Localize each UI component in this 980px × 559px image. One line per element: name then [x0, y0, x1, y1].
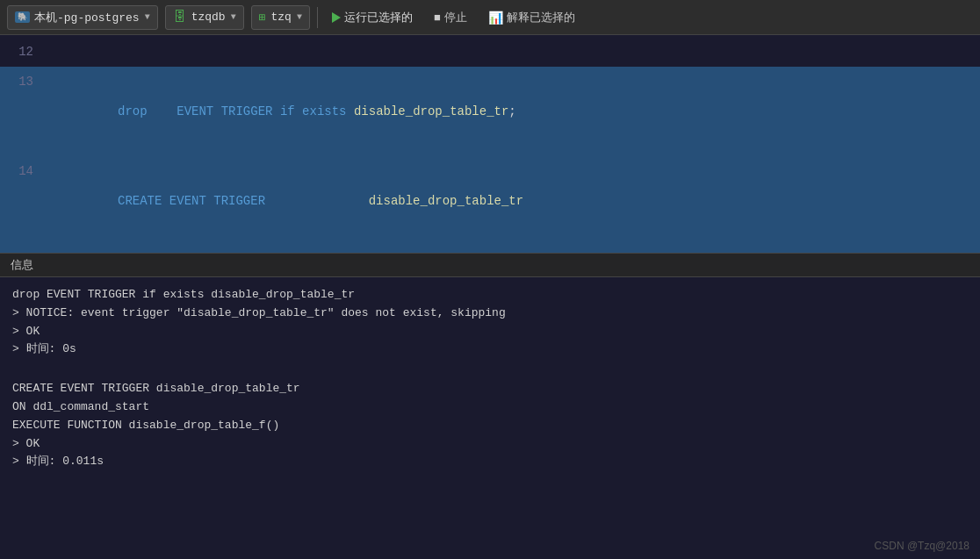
line-content-13: drop EVENT TRIGGER if exists disable_dro…	[44, 67, 980, 156]
pg-logo: 🐘	[15, 11, 30, 23]
db-icon: 🗄	[173, 10, 186, 25]
output-line-1-3: > OK	[12, 323, 968, 341]
schema-dropdown[interactable]: ⊞ tzq ▼	[251, 5, 310, 30]
output-block-1: drop EVENT TRIGGER if exists disable_dro…	[12, 286, 968, 359]
database-label: tzqdb	[191, 11, 226, 24]
kw-drop: drop	[118, 104, 148, 118]
editor-area[interactable]: 12 13 drop EVENT TRIGGER if exists disab…	[0, 35, 980, 253]
code-line-14: 14 CREATE EVENT TRIGGER disable_drop_tab…	[0, 156, 980, 246]
connection-arrow-icon: ▼	[145, 12, 150, 22]
kw-name2: disable_drop_table_tr	[369, 194, 523, 208]
line-number-15: 15	[0, 246, 44, 253]
connection-label: 本机-pg-postgres	[34, 10, 140, 25]
output-line-2-2: ON ddl_command_start	[12, 398, 968, 417]
output-line-1-4: > 时间: 0s	[12, 340, 968, 359]
output-line-2-4: > OK	[12, 435, 968, 454]
line-content-14: CREATE EVENT TRIGGER disable_drop_table_…	[44, 156, 980, 246]
output-area[interactable]: drop EVENT TRIGGER if exists disable_dro…	[0, 277, 980, 559]
schema-icon: ⊞	[259, 11, 266, 25]
explain-icon: 📊	[488, 11, 503, 25]
line-number-14: 14	[0, 156, 44, 186]
info-label: 信息	[11, 258, 33, 271]
kw-create: CREATE	[118, 194, 162, 208]
output-line-1-2: > NOTICE: event trigger "disable_drop_ta…	[12, 305, 968, 323]
connection-dropdown[interactable]: 🐘 本机-pg-postgres ▼	[7, 5, 158, 30]
output-line-2-5: > 时间: 0.011s	[12, 453, 968, 471]
line-number-12: 12	[0, 37, 44, 67]
run-button[interactable]: 运行已选择的	[325, 7, 420, 28]
stop-label: 停止	[444, 10, 467, 25]
code-line-12: 12	[0, 37, 980, 67]
watermark: CSDN @Tzq@2018	[875, 540, 969, 552]
output-line-1-1: drop EVENT TRIGGER if exists disable_dro…	[12, 286, 968, 305]
output-block-2: CREATE EVENT TRIGGER disable_drop_table_…	[12, 380, 968, 471]
toolbar-separator-1	[317, 7, 318, 28]
output-spacer	[12, 366, 968, 380]
info-header: 信息	[0, 253, 980, 277]
kw-trigger: TRIGGER	[221, 104, 273, 118]
explain-label: 解释已选择的	[507, 10, 575, 25]
code-lines: 12 13 drop EVENT TRIGGER if exists disab…	[0, 35, 980, 253]
stop-button[interactable]: ■ 停止	[427, 7, 474, 28]
output-line-2-1: CREATE EVENT TRIGGER disable_drop_table_…	[12, 380, 968, 398]
run-label: 运行已选择的	[344, 10, 413, 25]
database-arrow-icon: ▼	[231, 12, 236, 22]
code-line-13: 13 drop EVENT TRIGGER if exists disable_…	[0, 67, 980, 156]
kw-exists: exists	[302, 104, 346, 118]
kw-trigger2: TRIGGER	[213, 194, 265, 208]
stop-icon: ■	[434, 11, 441, 24]
kw-if: if	[280, 104, 295, 118]
play-icon	[332, 12, 341, 23]
pg-icon: 🐘	[15, 11, 29, 25]
toolbar: 🐘 本机-pg-postgres ▼ 🗄 tzqdb ▼ ⊞ tzq ▼ 运行已…	[0, 0, 980, 35]
schema-arrow-icon: ▼	[297, 12, 302, 22]
output-line-2-3: EXECUTE FUNCTION disable_drop_table_f()	[12, 417, 968, 435]
kw-name1: disable_drop_table_tr	[354, 104, 508, 118]
schema-label: tzq	[271, 11, 292, 24]
main-content: 12 13 drop EVENT TRIGGER if exists disab…	[0, 35, 980, 559]
database-dropdown[interactable]: 🗄 tzqdb ▼	[165, 5, 244, 30]
code-line-15: 15 ON ddl_command_start	[0, 246, 980, 253]
kw-event2: EVENT	[169, 194, 206, 208]
line-number-13: 13	[0, 67, 44, 97]
line-content-15: ON ddl_command_start	[44, 246, 980, 253]
explain-button[interactable]: 📊 解释已选择的	[481, 7, 582, 28]
kw-event: EVENT	[177, 104, 213, 118]
